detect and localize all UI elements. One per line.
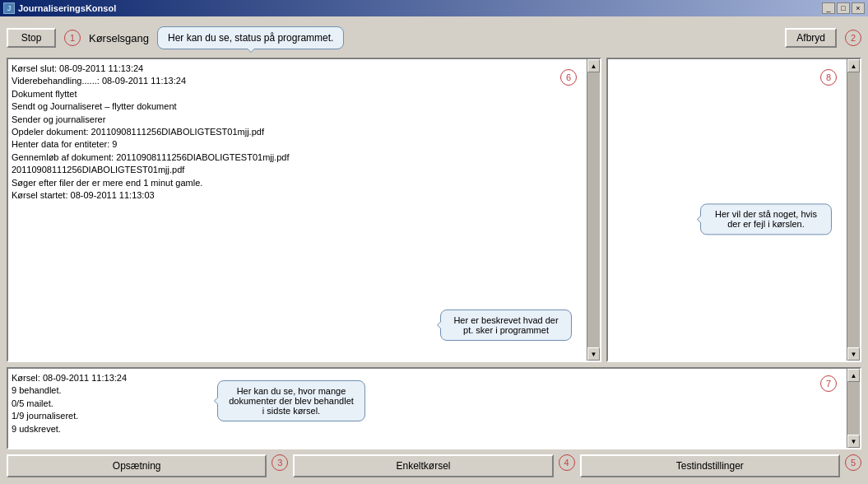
restore-button[interactable]: □ [837,2,850,14]
title-bar-title: JournaliseringsKonsol [18,3,116,13]
stop-button[interactable]: Stop [7,28,56,48]
main-log-content: Kørsel slut: 08-09-2011 11:13:24 Videreb… [12,63,596,357]
log-line-2: Viderebehandling......: 08-09-2011 11:13… [12,75,583,87]
enkeltkørsel-button[interactable]: Enkeltkørsel [293,454,553,477]
error-panel: 8 Her vil der stå noget, hvis der er fej… [606,58,861,362]
log-line-10: Søger efter filer der er mere end 1 minu… [12,177,583,189]
log-line-7: Henter data for entiteter: 9 [12,138,583,151]
summary-bubble: Her kan du se, hvor mange dokumenter der… [217,380,365,421]
error-circle: 8 [820,69,837,86]
log-line-3: Dokument flyttet [12,88,583,100]
summary-content: Kørsel: 08-09-2011 11:13:24 9 behandlet.… [12,372,856,444]
main-log-bubble: Her er beskrevet hvad der pt. sker i pro… [440,309,572,341]
main-window: Stop 1 Kørselsgang Her kan du se, status… [0,16,868,484]
error-scroll-down[interactable]: ▼ [847,347,860,361]
log-line-8: Gennemløb af dokument: 20110908111256DIA… [12,151,583,164]
title-bar-controls: _ □ × [822,2,865,14]
summary-line-5: 9 udskrevet. [12,423,843,435]
bottom-section: Kørsel: 08-09-2011 11:13:24 9 behandlet.… [7,367,861,449]
opsaetning-circle: 3 [272,454,288,471]
main-log-circle: 6 [560,69,577,86]
korselsgang-label: Kørselsgang [89,32,149,44]
summary-line-3: 0/5 mailet. [12,398,843,410]
main-log-panel: Kørsel slut: 08-09-2011 11:13:24 Videreb… [7,58,601,362]
error-scrollbar[interactable]: ▲ ▼ [847,59,860,361]
summary-line-2: 9 behandlet. [12,384,843,397]
testindstillinger-button[interactable]: Testindstillinger [580,454,840,477]
log-line-4: Sendt og Journaliseret – flytter dokumen… [12,100,583,113]
enkeltkørsel-circle: 4 [559,454,575,471]
summary-scroll-track[interactable] [847,382,860,435]
main-log-scrollbar[interactable]: ▲ ▼ [587,59,600,361]
afbryd-button[interactable]: Afbryd [785,28,837,48]
app-icon: J [3,2,15,14]
minimize-button[interactable]: _ [822,2,835,14]
scroll-track[interactable] [587,72,600,347]
summary-scroll-up[interactable]: ▲ [847,369,860,382]
log-line-11: Kørsel startet: 08-09-2011 11:13:03 [12,189,583,202]
scroll-down-arrow[interactable]: ▼ [587,347,600,361]
log-line-9: 20110908111256DIABOLIGTEST01mjj.pdf [12,164,583,176]
scroll-up-arrow[interactable]: ▲ [587,59,600,72]
footer-bar: Opsætning 3 Enkeltkørsel 4 Testindstilli… [7,454,861,477]
summary-line-4: 1/9 journaliseret. [12,410,843,422]
testindstillinger-circle: 5 [845,454,861,471]
opsaetning-button[interactable]: Opsætning [7,454,267,477]
log-line-6: Opdeler dokument: 20110908111256DIABOLIG… [12,126,583,138]
error-scroll-track[interactable] [847,72,860,347]
main-log-text: Kørsel slut: 08-09-2011 11:13:24 Videreb… [12,63,596,202]
title-bar: J JournaliseringsKonsol _ □ × [0,0,868,16]
middle-section: Kørsel slut: 08-09-2011 11:13:24 Videreb… [7,58,861,362]
summary-scrollbar[interactable]: ▲ ▼ [847,369,860,448]
summary-panel: Kørsel: 08-09-2011 11:13:24 9 behandlet.… [7,367,861,449]
afbryd-circle: 2 [845,30,861,46]
log-line-1: Kørsel slut: 08-09-2011 11:13:24 [12,63,583,75]
error-panel-content: 8 Her vil der stå noget, hvis der er fej… [611,63,856,357]
summary-scroll-down[interactable]: ▼ [847,435,860,448]
summary-log-text: Kørsel: 08-09-2011 11:13:24 9 behandlet.… [12,372,856,435]
status-bubble: Her kan du se, status på programmet. [157,26,344,49]
close-button[interactable]: × [852,2,865,14]
stop-circle: 1 [64,30,81,46]
top-bar: Stop 1 Kørselsgang Her kan du se, status… [7,23,861,53]
summary-circle: 7 [820,375,837,392]
summary-line-1: Kørsel: 08-09-2011 11:13:24 [12,372,843,384]
title-bar-left: J JournaliseringsKonsol [3,2,116,14]
log-line-5: Sender og journaliserer [12,114,583,126]
error-scroll-up[interactable]: ▲ [847,59,860,72]
error-bubble: Her vil der stå noget, hvis der er fejl … [700,203,832,235]
